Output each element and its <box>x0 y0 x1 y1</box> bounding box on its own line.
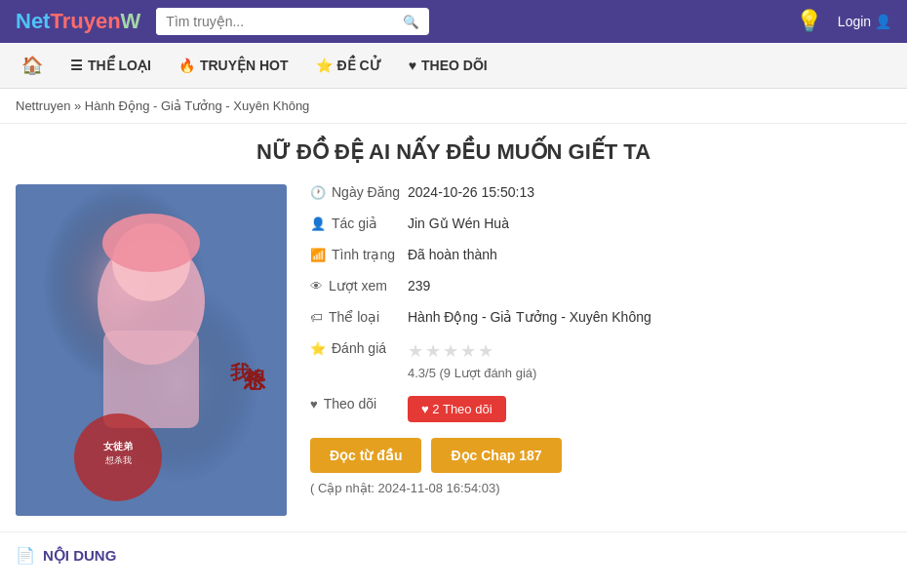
svg-text:想杀我: 想杀我 <box>104 455 132 465</box>
tac-gia-label: 👤 Tác giả <box>310 216 408 231</box>
bottom-nav: 📄 NỘI DUNG <box>0 531 907 578</box>
theo-doi-label: ♥ Theo dõi <box>310 396 408 412</box>
luot-xem-row: 👁 Lượt xem 239 <box>310 278 891 294</box>
manga-title: NỮ ĐỒ ĐỆ AI NẤY ĐỀU MUỐN GIẾT TA <box>16 139 891 165</box>
cover-image: 女徒弟 想杀我 想杀 我 <box>16 184 287 516</box>
main-nav: 🏠 ☰ THỂ LOẠI 🔥 TRUYỆN HOT ⭐ ĐỀ CỬ ♥ THEO… <box>0 43 907 89</box>
tinh-trang-label: 📶 Tình trạng <box>310 247 408 262</box>
breadcrumb: Nettruyen » Hành Động - Giả Tưởng - Xuyê… <box>0 89 907 124</box>
logo-truyen: Truyen <box>50 9 120 33</box>
breadcrumb-current: Hành Động - Giả Tưởng - Xuyên Không <box>85 98 310 113</box>
logo[interactable]: NetTruyenW <box>16 9 140 34</box>
ngay-dang-value: 2024-10-26 15:50:13 <box>408 184 891 200</box>
the-loai-value: Hành Động - Giả Tưởng - Xuyên Không <box>408 309 891 325</box>
nav-the-loai-label: THỂ LOẠI <box>88 58 151 73</box>
svg-point-5 <box>102 214 200 272</box>
manga-cover: 女徒弟 想杀我 想杀 我 <box>16 184 287 516</box>
tinh-trang-row: 📶 Tình trạng Đã hoàn thành <box>310 247 891 262</box>
read-chapter-button[interactable]: Đọc Chap 187 <box>431 438 561 473</box>
home-icon: 🏠 <box>21 55 43 76</box>
follow-button[interactable]: ♥ 2 Theo dõi <box>408 396 506 422</box>
danh-gia-row: ⭐ Đánh giá ★ ★ ★ ★ ★ 4.3/5 (9 Lượt đánh … <box>310 340 891 380</box>
star-3[interactable]: ★ <box>443 340 458 362</box>
tac-gia-row: 👤 Tác giả Jin Gǔ Wén Huà <box>310 216 891 231</box>
theo-doi-value: ♥ 2 Theo dõi <box>408 396 891 422</box>
svg-text:女徒弟: 女徒弟 <box>102 441 133 451</box>
nav-de-cu[interactable]: ⭐ ĐỀ CỬ <box>302 46 395 85</box>
main-content: NỮ ĐỒ ĐỆ AI NẤY ĐỀU MUỐN GIẾT TA <box>0 124 907 531</box>
read-from-start-button[interactable]: Đọc từ đầu <box>310 438 421 473</box>
user-icon: 👤 <box>310 216 326 231</box>
ngay-dang-row: 🕐 Ngày Đăng 2024-10-26 15:50:13 <box>310 184 891 200</box>
danh-gia-value: ★ ★ ★ ★ ★ 4.3/5 (9 Lượt đánh giá) <box>408 340 891 380</box>
nav-truyen-hot-label: TRUYỆN HOT <box>200 58 289 73</box>
login-button[interactable]: Login 👤 <box>838 14 891 29</box>
search-button[interactable]: 🔍 <box>393 9 429 35</box>
heart-icon: ♥ <box>310 397 318 412</box>
nav-theo-doi-label: THEO DÕI <box>421 58 488 73</box>
danh-gia-label: ⭐ Đánh giá <box>310 340 408 356</box>
tinh-trang-value: Đã hoàn thành <box>408 247 891 262</box>
breadcrumb-separator: » <box>74 98 81 113</box>
nav-truyen-hot[interactable]: 🔥 TRUYỆN HOT <box>165 46 302 85</box>
nav-home[interactable]: 🏠 <box>8 43 57 88</box>
heart-nav-icon: ♥ <box>409 58 416 73</box>
noi-dung-icon: 📄 <box>16 546 35 565</box>
tag-icon: 🏷 <box>310 310 323 325</box>
noi-dung-label[interactable]: NỘI DUNG <box>43 547 116 565</box>
notification-icon[interactable]: 💡 <box>796 9 822 34</box>
logo-net: Net <box>16 9 50 33</box>
signal-icon: 📶 <box>310 248 326 262</box>
manga-details: 🕐 Ngày Đăng 2024-10-26 15:50:13 👤 Tác gi… <box>310 184 891 516</box>
logo-w: W <box>121 9 141 33</box>
breadcrumb-home[interactable]: Nettruyen <box>16 98 70 113</box>
star-4[interactable]: ★ <box>460 340 476 362</box>
luot-xem-value: 239 <box>408 278 891 294</box>
fire-icon: 🔥 <box>178 58 195 73</box>
update-text: ( Cập nhật: 2024-11-08 16:54:03) <box>310 481 891 495</box>
tac-gia-value: Jin Gǔ Wén Huà <box>408 216 891 231</box>
star-icon: ⭐ <box>316 58 333 73</box>
star-5[interactable]: ★ <box>478 340 493 362</box>
theo-doi-row: ♥ Theo dõi ♥ 2 Theo dõi <box>310 396 891 422</box>
manga-info: 女徒弟 想杀我 想杀 我 🕐 Ngày Đăng 2024-10-26 15:5… <box>16 184 891 516</box>
stars-container[interactable]: ★ ★ ★ ★ ★ <box>408 340 891 362</box>
star-1[interactable]: ★ <box>408 340 423 362</box>
nav-de-cu-label: ĐỀ CỬ <box>337 58 381 73</box>
eye-icon: 👁 <box>310 279 323 294</box>
the-loai-icon: ☰ <box>70 58 83 73</box>
search-box: 🔍 <box>156 8 429 35</box>
luot-xem-label: 👁 Lượt xem <box>310 278 408 294</box>
star-rating-icon: ⭐ <box>310 341 326 356</box>
the-loai-label: 🏷 Thể loại <box>310 309 408 325</box>
clock-icon: 🕐 <box>310 185 326 200</box>
svg-text:我: 我 <box>229 362 251 383</box>
nav-the-loai[interactable]: ☰ THỂ LOẠI <box>57 46 165 85</box>
action-buttons: Đọc từ đầu Đọc Chap 187 <box>310 438 891 473</box>
rating-count: 4.3/5 (9 Lượt đánh giá) <box>408 366 891 380</box>
the-loai-row: 🏷 Thể loại Hành Động - Giả Tưởng - Xuyên… <box>310 309 891 325</box>
search-input[interactable] <box>156 8 393 35</box>
header: NetTruyenW 🔍 💡 Login 👤 <box>0 0 907 43</box>
ngay-dang-label: 🕐 Ngày Đăng <box>310 184 408 200</box>
nav-theo-doi[interactable]: ♥ THEO DÕI <box>395 46 501 85</box>
svg-rect-6 <box>103 331 199 428</box>
star-2[interactable]: ★ <box>425 340 441 362</box>
